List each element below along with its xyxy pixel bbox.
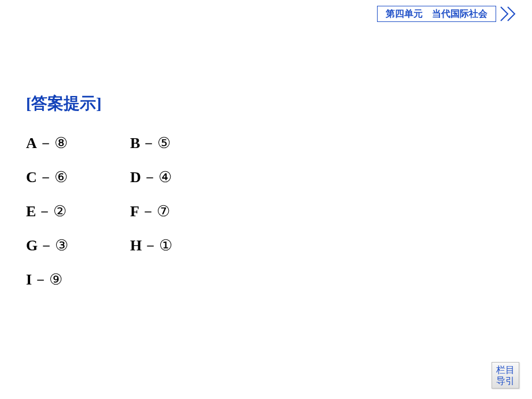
answer-row: I － ⑨ (26, 269, 172, 290)
answer-number: ⑤ (157, 134, 171, 152)
answer-dash: － (143, 235, 158, 256)
answer-number: ③ (55, 237, 68, 254)
answer-number: ② (53, 202, 66, 220)
answer-pair: G － ③ (26, 235, 130, 256)
answer-pair: H － ① (130, 235, 172, 256)
answer-dash: － (142, 167, 157, 187)
answer-letter: F (130, 203, 139, 220)
answer-number: ⑨ (49, 271, 62, 289)
answer-letter: H (130, 237, 142, 254)
answer-number: ④ (158, 168, 172, 186)
banner-arrow-icon (500, 6, 522, 22)
answer-pair: D － ④ (130, 167, 172, 187)
answer-dash: － (141, 133, 156, 153)
answer-letter: I (26, 271, 32, 289)
answer-letter: C (26, 169, 37, 186)
answer-row: C － ⑥ D － ④ (26, 167, 172, 187)
nav-label-line1: 栏目 (496, 364, 515, 375)
nav-label-line2: 导引 (496, 375, 515, 386)
answer-letter: B (130, 135, 140, 152)
column-nav-button[interactable]: 栏目 导引 (492, 362, 519, 389)
answer-pair: A － ⑧ (26, 133, 130, 153)
answer-number: ⑧ (54, 134, 68, 152)
answer-dash: － (38, 167, 53, 187)
answer-row: A － ⑧ B － ⑤ (26, 133, 172, 153)
unit-title-box: 第四单元 当代国际社会 (377, 6, 496, 22)
answer-number: ⑦ (157, 202, 170, 220)
answer-dash: － (39, 235, 54, 256)
answer-dash: － (33, 269, 48, 290)
answer-number: ① (159, 237, 172, 254)
answer-pair: I － ⑨ (26, 269, 130, 290)
answer-pair: F － ⑦ (130, 201, 170, 221)
answer-dash: － (38, 133, 53, 153)
answer-number: ⑥ (54, 168, 68, 186)
answer-letter: E (26, 203, 36, 220)
content-area: [答案提示] A － ⑧ B － ⑤ C － ⑥ D － ④ E － ② (26, 93, 172, 304)
answer-pair: B － ⑤ (130, 133, 171, 153)
answer-pair: E － ② (26, 201, 130, 221)
answer-letter: G (26, 237, 38, 254)
answer-pair: C － ⑥ (26, 167, 130, 187)
unit-title-text: 第四单元 当代国际社会 (386, 8, 487, 20)
answer-letter: A (26, 135, 37, 152)
answer-row: G － ③ H － ① (26, 235, 172, 256)
answer-dash: － (141, 201, 156, 221)
header-banner: 第四单元 当代国际社会 (377, 6, 522, 22)
answer-dash: － (37, 201, 52, 221)
answer-letter: D (130, 169, 141, 186)
answer-heading: [答案提示] (26, 93, 172, 114)
answer-row: E － ② F － ⑦ (26, 201, 172, 221)
